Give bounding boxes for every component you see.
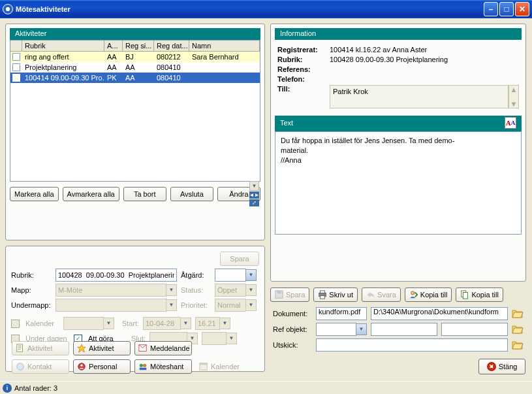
markera-alla-button[interactable]: Markera alla [10, 187, 59, 201]
tool-buttons-area: Aktivitet Aktivitet Meddelande Kontakt P… [8, 337, 268, 378]
row-checkbox[interactable] [12, 63, 20, 71]
mapp-input [55, 284, 166, 297]
svg-point-7 [143, 364, 146, 367]
till-scroll-down[interactable]: ▼ [509, 100, 518, 108]
kopia-till-1-button[interactable]: Kopia till [405, 287, 452, 302]
close-button[interactable]: ✕ [515, 2, 529, 16]
info-header: Information [275, 28, 522, 40]
kalender-dd [63, 317, 104, 330]
avsluta-button[interactable]: Avsluta [170, 187, 213, 201]
activities-header: Aktiviteter [10, 28, 260, 40]
expand-diag-icon[interactable]: ⤢ [249, 199, 259, 206]
utskick-field[interactable] [316, 338, 508, 352]
expand-horiz-icon[interactable]: ◄► [249, 191, 259, 199]
undermapp-dropdown: ▼ [166, 299, 177, 311]
dokument-path[interactable]: D:\340A\Murgrona\Dokument\kundform [371, 307, 508, 320]
ref-objekt-field3[interactable] [441, 323, 508, 336]
svg-marker-1 [78, 344, 86, 352]
rubrik-input[interactable] [55, 269, 177, 282]
mapp-label: Mapp: [11, 286, 52, 294]
activities-grid[interactable]: Rubrik A... Reg si... Reg dat... Namn ri… [10, 40, 260, 182]
personal-button[interactable]: Personal [73, 359, 131, 374]
svg-rect-15 [321, 296, 325, 299]
info-rubrik-label: Rubrik: [277, 56, 330, 63]
svg-rect-14 [321, 291, 325, 293]
spara-button: Spara [270, 287, 309, 302]
till-scroll-up[interactable]: ▲ [509, 86, 518, 93]
ref-objekt-label: Ref objekt: [273, 325, 312, 333]
printer-icon [318, 290, 327, 299]
col-regsig[interactable]: Reg si... [123, 41, 154, 51]
aktivitet-button[interactable]: Aktivitet [73, 341, 131, 355]
svg-rect-12 [277, 291, 281, 293]
registrerat-label: Registrerat: [277, 46, 330, 54]
copy-person-icon [409, 290, 418, 299]
svg-point-16 [411, 291, 414, 295]
scroll-down-icon[interactable]: ▼ [249, 181, 259, 191]
kalender-checkbox [11, 320, 20, 328]
col-regdat[interactable]: Reg dat... [154, 41, 189, 51]
status-bar: i Antal rader: 3 [0, 381, 532, 394]
font-icon[interactable]: AA [505, 117, 516, 129]
text-body[interactable]: Du får hoppa in istället för Jens Jensen… [275, 131, 522, 235]
dokument-name[interactable]: kundform.pdf [316, 307, 367, 320]
referens-label: Referens: [277, 65, 330, 73]
window-titlebar: Mötesaktiviteter – □ ✕ [0, 0, 532, 18]
start-date-input [143, 317, 181, 330]
table-row[interactable]: Projektplanering AA AA 080410 [10, 62, 260, 73]
mapp-dropdown: ▼ [166, 284, 177, 296]
table-row-selected[interactable]: 100414 09.00-09.30 Pro... PK AA 080410 [10, 73, 260, 83]
note-icon [138, 344, 148, 353]
folder-open-icon[interactable] [512, 339, 524, 351]
maximize-button[interactable]: □ [499, 2, 514, 16]
till-label: Till: [277, 85, 330, 93]
col-a[interactable]: A... [104, 41, 123, 51]
svg-point-6 [140, 364, 143, 367]
prioritet-input [215, 299, 246, 312]
close-x-icon: ✕ [487, 362, 496, 371]
prioritet-label: Prioritet: [181, 301, 211, 309]
meddelande-button[interactable]: Meddelande [134, 341, 192, 355]
folder-open-icon[interactable] [512, 323, 524, 335]
table-row[interactable]: ring ang offert AA BJ 080212 Sara Bernha… [10, 52, 260, 62]
svg-rect-8 [140, 368, 147, 370]
undermapp-label: Undermapp: [11, 301, 52, 309]
grid-header[interactable]: Rubrik A... Reg si... Reg dat... Namn [10, 41, 260, 52]
ref-objekt-dd[interactable] [316, 323, 356, 336]
skriv-ut-button[interactable]: Skriv ut [313, 287, 358, 302]
minimize-button[interactable]: – [484, 2, 498, 16]
kalender-label: Kalender [25, 320, 59, 327]
ta-bort-button[interactable]: Ta bort [123, 187, 166, 201]
activities-title: Aktiviteter [15, 29, 46, 37]
undermapp-input [55, 299, 166, 312]
disk-icon [275, 290, 284, 299]
aktivitet-disabled-button: Aktivitet [12, 341, 69, 355]
status-dropdown: ▼ [246, 284, 257, 296]
ref-objekt-field2[interactable] [371, 323, 437, 336]
calendar-icon [199, 362, 208, 371]
meeting-icon [138, 362, 148, 371]
moteshant-button[interactable]: Möteshant [134, 359, 192, 374]
row-checkbox[interactable] [12, 53, 20, 61]
col-rubrik[interactable]: Rubrik [22, 41, 104, 51]
atgard-input[interactable] [215, 269, 246, 282]
avmarkera-alla-button[interactable]: Avmarkera alla [63, 187, 119, 201]
dokument-label: Dokument: [273, 310, 312, 318]
ref-objekt-dropdown[interactable]: ▼ [356, 323, 367, 335]
folder-open-icon[interactable] [512, 308, 524, 320]
atgard-dropdown[interactable]: ▼ [246, 269, 257, 281]
info-panel: Information Registrerat:100414 kl.16.22 … [270, 24, 526, 282]
row-checkbox[interactable] [12, 74, 20, 82]
col-namn[interactable]: Namn [189, 41, 260, 51]
window-title: Mötesaktiviteter [16, 5, 70, 13]
stang-button[interactable]: ✕ Stäng [478, 359, 525, 374]
person-icon [77, 362, 86, 371]
utskick-label: Utskick: [273, 341, 312, 349]
status-input [215, 284, 246, 297]
page-icon [16, 344, 25, 353]
telefon-label: Telefon: [277, 75, 330, 83]
kopia-till-2-button[interactable]: Kopia till [456, 287, 503, 302]
text-title: Text [280, 119, 293, 127]
atgard-label: Åtgärd: [181, 271, 211, 279]
star-icon [77, 344, 86, 353]
